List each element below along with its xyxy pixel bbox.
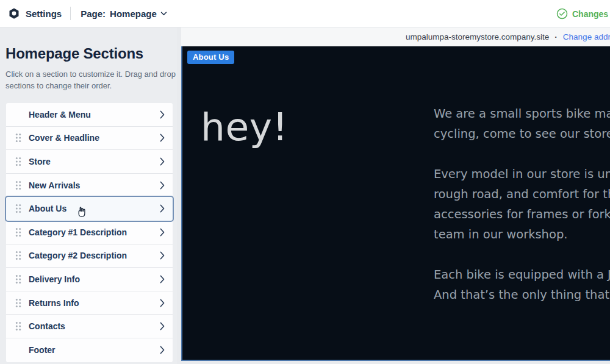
- chevron-right-icon: [160, 299, 165, 307]
- site-preview: umpalumpa-storemystore.company.site · Ch…: [181, 27, 610, 364]
- drag-handle-icon[interactable]: [15, 298, 21, 308]
- section-row[interactable]: Category #1 Description: [6, 221, 173, 244]
- section-row[interactable]: Store: [6, 150, 173, 174]
- about-paragraph: Each bike is equipped with a JimanAnd th…: [434, 265, 610, 305]
- site-address-bar: umpalumpa-storemystore.company.site · Ch…: [181, 27, 610, 46]
- drag-handle-icon[interactable]: [15, 321, 21, 331]
- chevron-right-icon: [160, 110, 165, 119]
- drag-handle-icon[interactable]: [15, 157, 21, 166]
- drag-handle-icon[interactable]: [15, 227, 21, 237]
- chevron-right-icon: [160, 181, 165, 190]
- chevron-right-icon: [160, 275, 165, 284]
- page-selector[interactable]: Homepage: [110, 9, 157, 19]
- section-row[interactable]: Footer: [6, 338, 173, 362]
- section-row-label: Delivery Info: [29, 274, 80, 284]
- drag-handle-icon[interactable]: [15, 133, 21, 143]
- chevron-right-icon: [160, 346, 165, 354]
- section-row-label: Cover & Headline: [29, 133, 99, 143]
- about-text: We are a small sports bike manufactcycli…: [434, 104, 610, 325]
- section-row-label: New Arrivals: [29, 180, 80, 190]
- url-separator-dot: ·: [554, 32, 558, 41]
- homepage-sections-panel: Homepage Sections Click on a section to …: [0, 27, 177, 364]
- changes-saved-status: Changes saved: [556, 0, 610, 27]
- section-row-label: Category #2 Description: [29, 251, 127, 260]
- section-row-label: Contacts: [29, 321, 65, 331]
- section-row-label: Store: [29, 157, 51, 166]
- drag-handle-icon[interactable]: [15, 251, 21, 260]
- topbar: Settings Page: Homepage Changes saved: [0, 0, 610, 27]
- panel-description: Click on a section to customize it. Drag…: [5, 68, 176, 91]
- section-row[interactable]: Cover & Headline: [6, 127, 173, 151]
- section-list: Header & Menu Cover & Headline: [6, 103, 173, 362]
- chevron-right-icon: [160, 157, 165, 166]
- check-circle-icon: [556, 8, 568, 20]
- site-url: umpalumpa-storemystore.company.site: [406, 32, 549, 41]
- section-row[interactable]: Header & Menu: [6, 103, 173, 127]
- about-paragraph: Every model in our store is unique. Orou…: [434, 164, 610, 244]
- section-row[interactable]: Category #2 Description: [6, 244, 173, 268]
- section-row[interactable]: About Us: [6, 197, 173, 221]
- drag-handle-icon[interactable]: [15, 180, 21, 190]
- section-row-label: Category #1 Description: [29, 227, 127, 237]
- chevron-right-icon: [160, 228, 165, 237]
- page-label: Page:: [81, 9, 106, 19]
- chevron-down-icon[interactable]: [160, 12, 167, 16]
- change-address-link[interactable]: Change address: [563, 32, 610, 41]
- about-us-section-preview[interactable]: About Us hey! We are a small sports bike…: [181, 46, 610, 361]
- section-row-label: About Us: [29, 204, 66, 213]
- section-row-label: Footer: [29, 345, 56, 355]
- settings-nut-icon: [8, 7, 20, 20]
- section-row-label: Returns Info: [29, 298, 79, 308]
- chevron-right-icon: [160, 322, 165, 330]
- changes-saved-text: Changes saved: [572, 9, 610, 19]
- section-row-label: Header & Menu: [29, 110, 91, 120]
- section-row[interactable]: Contacts: [6, 315, 173, 338]
- chevron-right-icon: [160, 251, 165, 260]
- chevron-right-icon: [160, 204, 165, 213]
- hand-cursor-icon: [75, 205, 88, 218]
- section-row[interactable]: New Arrivals: [6, 174, 173, 198]
- section-row[interactable]: Returns Info: [6, 291, 173, 315]
- about-headline: hey!: [201, 105, 288, 149]
- settings-title[interactable]: Settings: [26, 9, 62, 19]
- drag-handle-icon[interactable]: [15, 204, 21, 213]
- chevron-right-icon: [160, 134, 165, 142]
- drag-handle-icon[interactable]: [15, 274, 21, 284]
- panel-title: Homepage Sections: [5, 45, 143, 62]
- about-paragraph: We are a small sports bike manufactcycli…: [434, 104, 610, 144]
- section-badge[interactable]: About Us: [187, 51, 234, 64]
- topbar-divider: [70, 7, 71, 20]
- section-row[interactable]: Delivery Info: [6, 268, 173, 291]
